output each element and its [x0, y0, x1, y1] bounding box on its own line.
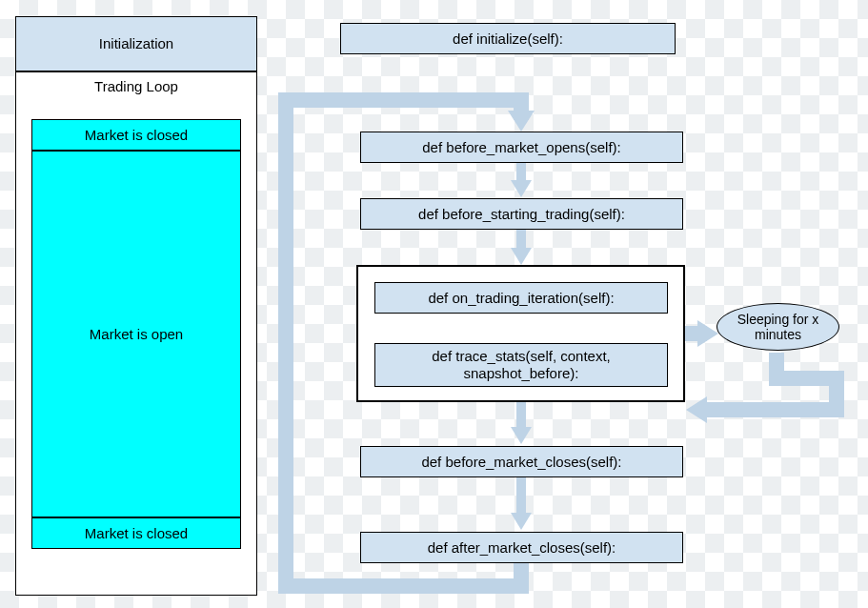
node-before-starting-trading: def before_starting_trading(self): [360, 198, 683, 230]
left-market-closed-bottom: Market is closed [31, 517, 241, 549]
node-trace-stats: def trace_stats(self, context, snapshot_… [374, 343, 668, 387]
left-market-closed-top: Market is closed [31, 119, 241, 151]
diagram-canvas: Initialization Trading Loop Market is cl… [0, 0, 868, 608]
node-before-market-closes: def before_market_closes(self): [360, 446, 683, 477]
left-market-open: Market is open [31, 151, 241, 517]
node-before-market-opens: def before_market_opens(self): [360, 132, 683, 163]
left-trading-loop-label: Trading Loop [94, 78, 178, 95]
left-initialization-box: Initialization [15, 16, 257, 71]
node-after-market-closes: def after_market_closes(self): [360, 532, 683, 563]
node-on-trading-iteration: def on_trading_iteration(self): [374, 282, 668, 314]
node-initialize: def initialize(self): [340, 23, 676, 54]
annotation-sleeping-ellipse: Sleeping for x minutes [717, 303, 839, 351]
